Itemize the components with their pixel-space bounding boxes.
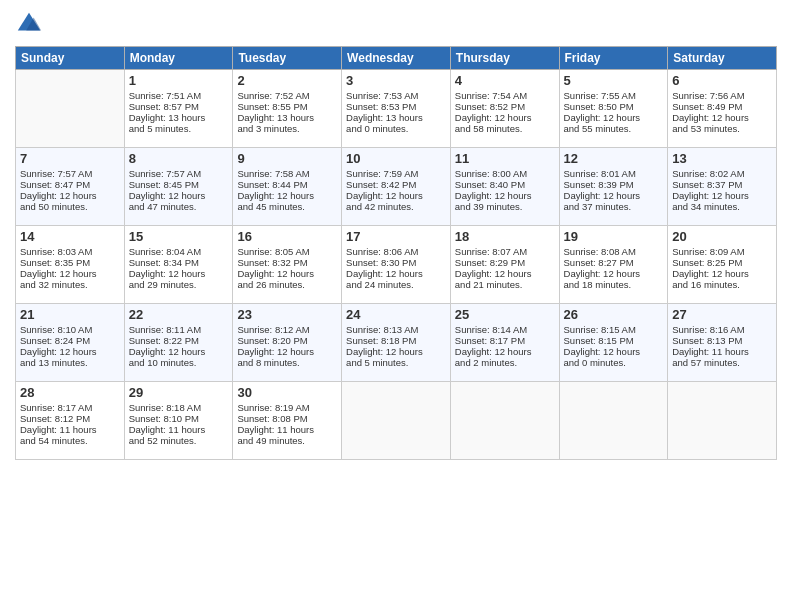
day-info-line: Sunset: 8:55 PM	[237, 101, 337, 112]
weekday-header: Monday	[124, 47, 233, 70]
header	[15, 10, 777, 38]
day-number: 27	[672, 307, 772, 322]
calendar-week-row: 1Sunrise: 7:51 AMSunset: 8:57 PMDaylight…	[16, 70, 777, 148]
day-info-line: Sunrise: 8:08 AM	[564, 246, 664, 257]
day-number: 3	[346, 73, 446, 88]
day-info-line: and 0 minutes.	[564, 357, 664, 368]
calendar-cell: 10Sunrise: 7:59 AMSunset: 8:42 PMDayligh…	[342, 148, 451, 226]
day-info-line: Sunset: 8:12 PM	[20, 413, 120, 424]
day-info-line: Sunset: 8:57 PM	[129, 101, 229, 112]
day-info-line: Sunrise: 7:52 AM	[237, 90, 337, 101]
calendar-cell: 4Sunrise: 7:54 AMSunset: 8:52 PMDaylight…	[450, 70, 559, 148]
day-info-line: and 55 minutes.	[564, 123, 664, 134]
calendar-cell	[559, 382, 668, 460]
calendar-cell: 13Sunrise: 8:02 AMSunset: 8:37 PMDayligh…	[668, 148, 777, 226]
day-info-line: Daylight: 12 hours	[129, 268, 229, 279]
day-info-line: and 5 minutes.	[346, 357, 446, 368]
day-info-line: Sunset: 8:24 PM	[20, 335, 120, 346]
day-info-line: and 13 minutes.	[20, 357, 120, 368]
day-info-line: and 24 minutes.	[346, 279, 446, 290]
day-number: 14	[20, 229, 120, 244]
day-number: 4	[455, 73, 555, 88]
day-number: 13	[672, 151, 772, 166]
day-number: 29	[129, 385, 229, 400]
day-info-line: Sunset: 8:35 PM	[20, 257, 120, 268]
day-info-line: Daylight: 12 hours	[129, 346, 229, 357]
calendar-cell	[342, 382, 451, 460]
day-info-line: Sunset: 8:45 PM	[129, 179, 229, 190]
calendar: SundayMondayTuesdayWednesdayThursdayFrid…	[15, 46, 777, 460]
day-number: 15	[129, 229, 229, 244]
day-info-line: Daylight: 12 hours	[237, 346, 337, 357]
calendar-cell: 5Sunrise: 7:55 AMSunset: 8:50 PMDaylight…	[559, 70, 668, 148]
day-info-line: Daylight: 11 hours	[129, 424, 229, 435]
day-number: 12	[564, 151, 664, 166]
day-number: 5	[564, 73, 664, 88]
day-info-line: Daylight: 12 hours	[455, 112, 555, 123]
day-info-line: Daylight: 13 hours	[237, 112, 337, 123]
calendar-cell: 15Sunrise: 8:04 AMSunset: 8:34 PMDayligh…	[124, 226, 233, 304]
calendar-cell: 29Sunrise: 8:18 AMSunset: 8:10 PMDayligh…	[124, 382, 233, 460]
day-info-line: Sunset: 8:18 PM	[346, 335, 446, 346]
day-info-line: Daylight: 11 hours	[237, 424, 337, 435]
day-info-line: Sunset: 8:20 PM	[237, 335, 337, 346]
day-number: 28	[20, 385, 120, 400]
day-info-line: Daylight: 13 hours	[129, 112, 229, 123]
day-info-line: and 58 minutes.	[455, 123, 555, 134]
day-info-line: Sunset: 8:32 PM	[237, 257, 337, 268]
day-info-line: and 0 minutes.	[346, 123, 446, 134]
calendar-cell: 30Sunrise: 8:19 AMSunset: 8:08 PMDayligh…	[233, 382, 342, 460]
day-info-line: Sunrise: 8:00 AM	[455, 168, 555, 179]
calendar-cell: 24Sunrise: 8:13 AMSunset: 8:18 PMDayligh…	[342, 304, 451, 382]
calendar-cell: 18Sunrise: 8:07 AMSunset: 8:29 PMDayligh…	[450, 226, 559, 304]
calendar-cell: 3Sunrise: 7:53 AMSunset: 8:53 PMDaylight…	[342, 70, 451, 148]
day-number: 18	[455, 229, 555, 244]
day-info-line: Sunrise: 8:18 AM	[129, 402, 229, 413]
day-info-line: Sunset: 8:15 PM	[564, 335, 664, 346]
calendar-cell: 17Sunrise: 8:06 AMSunset: 8:30 PMDayligh…	[342, 226, 451, 304]
day-number: 11	[455, 151, 555, 166]
day-number: 7	[20, 151, 120, 166]
calendar-week-row: 14Sunrise: 8:03 AMSunset: 8:35 PMDayligh…	[16, 226, 777, 304]
day-number: 26	[564, 307, 664, 322]
day-info-line: Daylight: 12 hours	[20, 346, 120, 357]
calendar-cell: 11Sunrise: 8:00 AMSunset: 8:40 PMDayligh…	[450, 148, 559, 226]
day-info-line: Sunrise: 8:19 AM	[237, 402, 337, 413]
day-info-line: and 47 minutes.	[129, 201, 229, 212]
day-info-line: Daylight: 13 hours	[346, 112, 446, 123]
day-info-line: Sunset: 8:49 PM	[672, 101, 772, 112]
day-info-line: Sunset: 8:25 PM	[672, 257, 772, 268]
day-info-line: Sunrise: 8:09 AM	[672, 246, 772, 257]
day-info-line: Sunrise: 8:16 AM	[672, 324, 772, 335]
day-info-line: Sunset: 8:52 PM	[455, 101, 555, 112]
day-info-line: Sunset: 8:40 PM	[455, 179, 555, 190]
calendar-week-row: 7Sunrise: 7:57 AMSunset: 8:47 PMDaylight…	[16, 148, 777, 226]
calendar-cell: 27Sunrise: 8:16 AMSunset: 8:13 PMDayligh…	[668, 304, 777, 382]
day-info-line: Sunset: 8:10 PM	[129, 413, 229, 424]
day-info-line: Sunset: 8:17 PM	[455, 335, 555, 346]
day-info-line: and 54 minutes.	[20, 435, 120, 446]
day-info-line: Daylight: 12 hours	[20, 190, 120, 201]
day-info-line: Sunrise: 7:53 AM	[346, 90, 446, 101]
day-info-line: and 53 minutes.	[672, 123, 772, 134]
day-info-line: Sunset: 8:50 PM	[564, 101, 664, 112]
day-info-line: and 3 minutes.	[237, 123, 337, 134]
calendar-cell: 7Sunrise: 7:57 AMSunset: 8:47 PMDaylight…	[16, 148, 125, 226]
day-info-line: Sunrise: 8:02 AM	[672, 168, 772, 179]
day-info-line: Sunrise: 8:14 AM	[455, 324, 555, 335]
day-number: 19	[564, 229, 664, 244]
day-info-line: Sunrise: 7:59 AM	[346, 168, 446, 179]
day-info-line: Daylight: 12 hours	[455, 346, 555, 357]
calendar-cell	[16, 70, 125, 148]
calendar-cell: 28Sunrise: 8:17 AMSunset: 8:12 PMDayligh…	[16, 382, 125, 460]
day-number: 24	[346, 307, 446, 322]
weekday-header: Saturday	[668, 47, 777, 70]
day-number: 17	[346, 229, 446, 244]
calendar-cell: 20Sunrise: 8:09 AMSunset: 8:25 PMDayligh…	[668, 226, 777, 304]
day-info-line: and 26 minutes.	[237, 279, 337, 290]
day-number: 2	[237, 73, 337, 88]
day-info-line: Daylight: 12 hours	[346, 268, 446, 279]
day-number: 23	[237, 307, 337, 322]
calendar-week-row: 21Sunrise: 8:10 AMSunset: 8:24 PMDayligh…	[16, 304, 777, 382]
day-info-line: Daylight: 12 hours	[672, 190, 772, 201]
